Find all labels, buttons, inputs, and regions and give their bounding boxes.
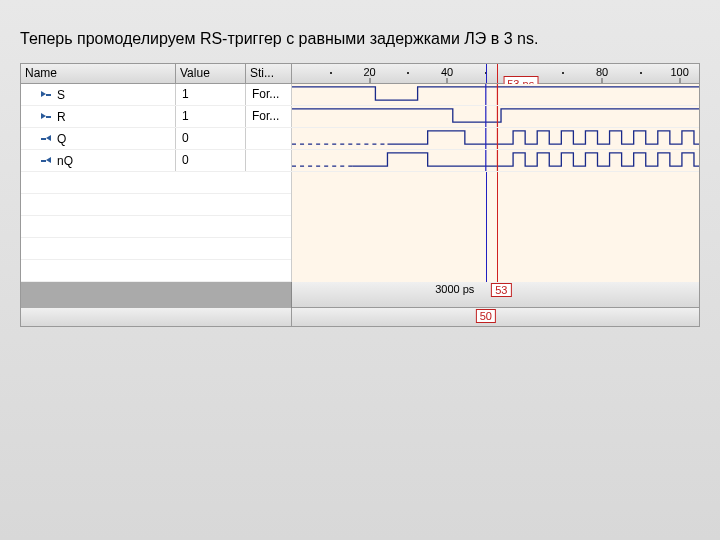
time-ruler[interactable]: 53 ns 204080100 <box>292 64 699 84</box>
signal-value: 1 <box>176 84 246 105</box>
port-out-icon <box>41 135 51 142</box>
signal-stimulus <box>246 150 292 171</box>
col-header-sti[interactable]: Sti... <box>246 64 292 84</box>
ruler-tick: 80 <box>596 66 608 78</box>
column-header-row: Name Value Sti... 53 ns 204080100 <box>21 64 699 84</box>
signal-name: Q <box>21 128 176 149</box>
port-in-icon <box>41 91 51 98</box>
waveform-viewer: Name Value Sti... 53 ns 204080100 S1For.… <box>20 63 700 327</box>
waveform-Q[interactable] <box>292 128 699 149</box>
ruler-tick: 100 <box>670 66 688 78</box>
ruler-tick: 20 <box>363 66 375 78</box>
port-out-icon <box>41 157 51 164</box>
waveform-R[interactable] <box>292 106 699 127</box>
cursor-blue[interactable] <box>486 64 487 83</box>
signal-row-Q[interactable]: Q0 <box>21 128 699 150</box>
signal-stimulus: For... <box>246 84 292 105</box>
signal-name: S <box>21 84 176 105</box>
signal-name: R <box>21 106 176 127</box>
cursor-red[interactable] <box>497 172 498 282</box>
col-header-name[interactable]: Name <box>21 64 176 84</box>
footer-measure: 3000 ps 53 <box>292 282 699 308</box>
waveform-empty[interactable] <box>292 172 699 282</box>
signal-value: 0 <box>176 150 246 171</box>
page-caption: Теперь промоделируем RS-триггер с равным… <box>0 0 720 63</box>
delta-time-label: 3000 ps <box>435 283 474 295</box>
footer-bar: 3000 ps 53 <box>21 282 699 308</box>
port-in-icon <box>41 113 51 120</box>
signal-row-R[interactable]: R1For... <box>21 106 699 128</box>
footer-left-gray <box>21 282 292 308</box>
cursor-blue[interactable] <box>486 172 487 282</box>
bottom-ruler: 50 <box>21 308 699 326</box>
signal-value: 0 <box>176 128 246 149</box>
col-header-value[interactable]: Value <box>176 64 246 84</box>
waveform-nQ[interactable] <box>292 150 699 171</box>
cursor-red[interactable] <box>497 64 498 83</box>
signal-stimulus: For... <box>246 106 292 127</box>
waveform-S[interactable] <box>292 84 699 105</box>
signal-name: nQ <box>21 150 176 171</box>
signal-value: 1 <box>176 106 246 127</box>
signal-row-S[interactable]: S1For... <box>21 84 699 106</box>
blue-cursor-value: 50 <box>476 309 496 323</box>
red-cursor-value: 53 <box>491 283 511 297</box>
empty-area <box>21 172 699 282</box>
signal-row-nQ[interactable]: nQ0 <box>21 150 699 172</box>
ruler-tick: 40 <box>441 66 453 78</box>
signal-stimulus <box>246 128 292 149</box>
